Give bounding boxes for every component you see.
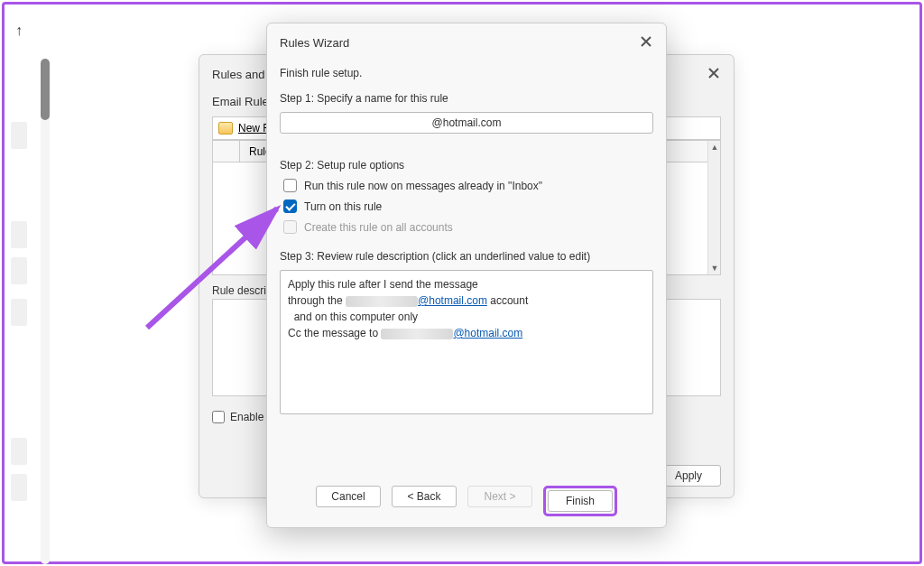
next-button: Next > <box>467 486 532 507</box>
left-scroll-thumb[interactable] <box>41 59 50 120</box>
run-now-checkbox[interactable] <box>283 179 297 192</box>
all-accounts-label: Create this rule on all accounts <box>304 221 453 234</box>
cancel-button[interactable]: Cancel <box>316 486 381 507</box>
checkbox-column <box>213 141 240 162</box>
close-icon[interactable] <box>705 64 723 82</box>
wizard-body: Finish rule setup. Step 1: Specify a nam… <box>280 67 653 478</box>
new-rule-icon <box>218 122 233 135</box>
rules-wizard-dialog: Rules Wizard Finish rule setup. Step 1: … <box>266 23 667 528</box>
run-now-option[interactable]: Run this rule now on messages already in… <box>283 179 653 192</box>
wizard-buttons: Cancel < Back Next > Finish <box>267 486 666 516</box>
close-icon[interactable] <box>637 32 655 51</box>
scroll-down-icon[interactable]: ▼ <box>708 262 721 274</box>
sidebar-placeholder <box>11 474 27 501</box>
recipient-link[interactable]: @hotmail.com <box>453 327 522 339</box>
sidebar-placeholder <box>11 221 27 248</box>
turn-on-label: Turn on this rule <box>304 200 382 213</box>
desc-line-4: Cc the message to @hotmail.com <box>288 325 645 341</box>
rule-name-input[interactable] <box>280 112 653 134</box>
redacted-recipient <box>381 329 453 339</box>
rule-description-box: Apply this rule after I send the message… <box>280 270 653 414</box>
step3-label: Step 3: Review rule description (click a… <box>280 250 653 263</box>
tab-email-rules[interactable]: Email Rules <box>212 95 274 108</box>
step2-label: Step 2: Setup rule options <box>280 159 653 172</box>
up-arrow-icon[interactable]: ↑ <box>15 23 23 39</box>
back-button[interactable]: < Back <box>392 486 457 507</box>
desc-line-3: and on this computer only <box>288 309 645 325</box>
run-now-label: Run this rule now on messages already in… <box>304 180 542 192</box>
turn-on-checkbox[interactable] <box>283 199 297 213</box>
sidebar-placeholder <box>11 438 27 465</box>
account-link[interactable]: @hotmail.com <box>418 294 487 307</box>
sidebar-placeholder <box>11 122 27 149</box>
desc-line-2: through the @hotmail.com account <box>288 292 645 309</box>
left-scroll-track[interactable] <box>41 59 50 564</box>
step1-label: Step 1: Specify a name for this rule <box>280 92 653 105</box>
finish-highlight: Finish <box>543 486 617 516</box>
turn-on-option[interactable]: Turn on this rule <box>283 199 653 213</box>
app-frame: ↑ Rules and Alerts Email Rules New Rule…… <box>2 2 922 564</box>
sidebar-placeholder <box>11 257 27 284</box>
wizard-heading: Finish rule setup. <box>280 67 653 79</box>
finish-button[interactable]: Finish <box>548 490 613 512</box>
list-scrollbar[interactable]: ▲ ▼ <box>707 141 720 274</box>
all-accounts-option: Create this rule on all accounts <box>283 220 653 234</box>
enable-rss-input[interactable] <box>212 411 225 423</box>
redacted-account <box>346 296 418 307</box>
all-accounts-checkbox <box>283 220 297 234</box>
dialog-title: Rules Wizard <box>280 36 349 50</box>
scroll-up-icon[interactable]: ▲ <box>708 141 721 153</box>
desc-line-1: Apply this rule after I send the message <box>288 276 645 292</box>
sidebar-placeholder <box>11 299 27 326</box>
